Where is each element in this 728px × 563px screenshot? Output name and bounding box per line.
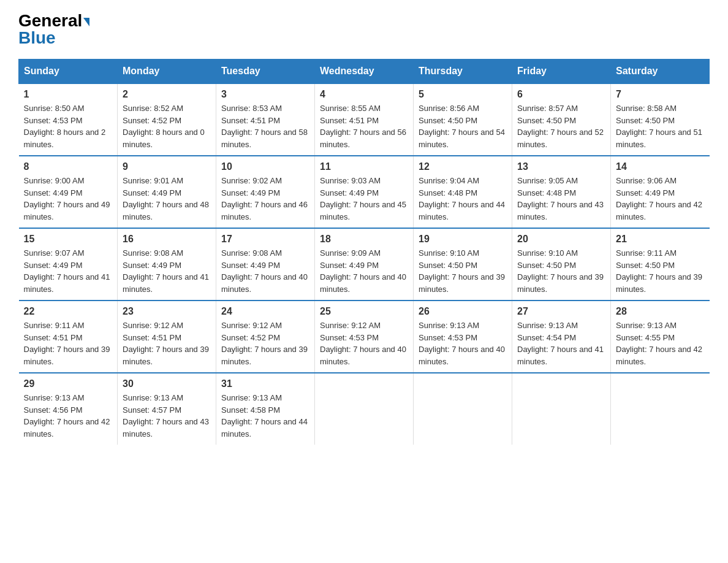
day-info: Sunrise: 9:09 AMSunset: 4:49 PMDaylight:… — [320, 247, 408, 295]
calendar-table: SundayMondayTuesdayWednesdayThursdayFrid… — [18, 59, 710, 445]
day-info: Sunrise: 8:55 AMSunset: 4:51 PMDaylight:… — [320, 102, 408, 150]
calendar-cell: 16 Sunrise: 9:08 AMSunset: 4:49 PMDaylig… — [118, 228, 216, 301]
calendar-cell: 28 Sunrise: 9:13 AMSunset: 4:55 PMDaylig… — [611, 301, 710, 373]
day-number: 22 — [24, 306, 113, 317]
calendar-cell: 30 Sunrise: 9:13 AMSunset: 4:57 PMDaylig… — [118, 373, 216, 445]
day-info: Sunrise: 9:13 AMSunset: 4:58 PMDaylight:… — [221, 392, 309, 440]
day-number: 17 — [221, 234, 309, 245]
day-header-friday: Friday — [512, 59, 611, 84]
calendar-cell: 1 Sunrise: 8:50 AMSunset: 4:53 PMDayligh… — [19, 83, 118, 156]
calendar-cell: 15 Sunrise: 9:07 AMSunset: 4:49 PMDaylig… — [19, 228, 118, 301]
day-number: 9 — [123, 161, 211, 172]
calendar-week-row: 1 Sunrise: 8:50 AMSunset: 4:53 PMDayligh… — [19, 83, 710, 156]
calendar-cell — [414, 373, 512, 445]
calendar-cell: 19 Sunrise: 9:10 AMSunset: 4:50 PMDaylig… — [414, 228, 512, 301]
calendar-cell: 13 Sunrise: 9:05 AMSunset: 4:48 PMDaylig… — [512, 156, 611, 228]
day-info: Sunrise: 9:11 AMSunset: 4:50 PMDaylight:… — [616, 247, 705, 295]
day-number: 25 — [320, 306, 408, 317]
day-header-saturday: Saturday — [611, 59, 710, 84]
calendar-week-row: 15 Sunrise: 9:07 AMSunset: 4:49 PMDaylig… — [19, 228, 710, 301]
day-number: 19 — [419, 234, 507, 245]
calendar-cell: 10 Sunrise: 9:02 AMSunset: 4:49 PMDaylig… — [216, 156, 315, 228]
day-info: Sunrise: 9:02 AMSunset: 4:49 PMDaylight:… — [221, 175, 309, 223]
day-number: 6 — [517, 89, 605, 100]
day-number: 20 — [517, 234, 605, 245]
day-number: 31 — [221, 378, 309, 389]
day-header-wednesday: Wednesday — [315, 59, 414, 84]
calendar-cell: 22 Sunrise: 9:11 AMSunset: 4:51 PMDaylig… — [19, 301, 118, 373]
calendar-cell: 6 Sunrise: 8:57 AMSunset: 4:50 PMDayligh… — [512, 83, 611, 156]
day-number: 15 — [24, 234, 113, 245]
day-number: 8 — [24, 161, 113, 172]
logo-blue: Blue — [18, 29, 56, 47]
day-number: 27 — [517, 306, 605, 317]
calendar-week-row: 29 Sunrise: 9:13 AMSunset: 4:56 PMDaylig… — [19, 373, 710, 445]
day-info: Sunrise: 8:57 AMSunset: 4:50 PMDaylight:… — [517, 102, 605, 150]
day-info: Sunrise: 9:10 AMSunset: 4:50 PMDaylight:… — [419, 247, 507, 295]
day-number: 24 — [221, 306, 309, 317]
page-header: General Blue — [18, 12, 710, 47]
calendar-cell: 5 Sunrise: 8:56 AMSunset: 4:50 PMDayligh… — [414, 83, 512, 156]
day-info: Sunrise: 8:58 AMSunset: 4:50 PMDaylight:… — [616, 102, 705, 150]
day-info: Sunrise: 8:53 AMSunset: 4:51 PMDaylight:… — [221, 102, 309, 150]
day-number: 14 — [616, 161, 705, 172]
day-number: 13 — [517, 161, 605, 172]
calendar-cell: 7 Sunrise: 8:58 AMSunset: 4:50 PMDayligh… — [611, 83, 710, 156]
day-info: Sunrise: 9:01 AMSunset: 4:49 PMDaylight:… — [123, 175, 211, 223]
day-number: 7 — [616, 89, 705, 100]
logo-general: General — [18, 11, 82, 30]
calendar-cell: 4 Sunrise: 8:55 AMSunset: 4:51 PMDayligh… — [315, 83, 414, 156]
day-header-tuesday: Tuesday — [216, 59, 315, 84]
calendar-cell: 8 Sunrise: 9:00 AMSunset: 4:49 PMDayligh… — [19, 156, 118, 228]
day-info: Sunrise: 8:56 AMSunset: 4:50 PMDaylight:… — [419, 102, 507, 150]
day-header-sunday: Sunday — [19, 59, 118, 84]
calendar-cell: 3 Sunrise: 8:53 AMSunset: 4:51 PMDayligh… — [216, 83, 315, 156]
day-info: Sunrise: 8:52 AMSunset: 4:52 PMDaylight:… — [123, 102, 211, 150]
calendar-week-row: 22 Sunrise: 9:11 AMSunset: 4:51 PMDaylig… — [19, 301, 710, 373]
calendar-cell: 26 Sunrise: 9:13 AMSunset: 4:53 PMDaylig… — [414, 301, 512, 373]
day-number: 26 — [419, 306, 507, 317]
calendar-cell: 29 Sunrise: 9:13 AMSunset: 4:56 PMDaylig… — [19, 373, 118, 445]
day-number: 12 — [419, 161, 507, 172]
calendar-cell: 27 Sunrise: 9:13 AMSunset: 4:54 PMDaylig… — [512, 301, 611, 373]
day-info: Sunrise: 9:12 AMSunset: 4:53 PMDaylight:… — [320, 320, 408, 367]
day-header-thursday: Thursday — [414, 59, 512, 84]
day-number: 18 — [320, 234, 408, 245]
day-info: Sunrise: 9:05 AMSunset: 4:48 PMDaylight:… — [517, 175, 605, 223]
calendar-cell: 17 Sunrise: 9:08 AMSunset: 4:49 PMDaylig… — [216, 228, 315, 301]
calendar-cell: 25 Sunrise: 9:12 AMSunset: 4:53 PMDaylig… — [315, 301, 414, 373]
day-number: 5 — [419, 89, 507, 100]
day-number: 2 — [123, 89, 211, 100]
calendar-cell: 23 Sunrise: 9:12 AMSunset: 4:51 PMDaylig… — [118, 301, 216, 373]
calendar-cell: 12 Sunrise: 9:04 AMSunset: 4:48 PMDaylig… — [414, 156, 512, 228]
day-number: 23 — [123, 306, 211, 317]
calendar-header-row: SundayMondayTuesdayWednesdayThursdayFrid… — [19, 59, 710, 84]
day-info: Sunrise: 9:06 AMSunset: 4:49 PMDaylight:… — [616, 175, 705, 223]
day-info: Sunrise: 9:03 AMSunset: 4:49 PMDaylight:… — [320, 175, 408, 223]
calendar-cell: 31 Sunrise: 9:13 AMSunset: 4:58 PMDaylig… — [216, 373, 315, 445]
calendar-cell: 11 Sunrise: 9:03 AMSunset: 4:49 PMDaylig… — [315, 156, 414, 228]
day-info: Sunrise: 9:11 AMSunset: 4:51 PMDaylight:… — [24, 320, 113, 367]
logo: General Blue — [18, 12, 89, 47]
day-info: Sunrise: 9:08 AMSunset: 4:49 PMDaylight:… — [221, 247, 309, 295]
day-info: Sunrise: 8:50 AMSunset: 4:53 PMDaylight:… — [24, 102, 113, 150]
calendar-week-row: 8 Sunrise: 9:00 AMSunset: 4:49 PMDayligh… — [19, 156, 710, 228]
day-header-monday: Monday — [118, 59, 216, 84]
day-info: Sunrise: 9:07 AMSunset: 4:49 PMDaylight:… — [24, 247, 113, 295]
calendar-cell — [512, 373, 611, 445]
day-number: 1 — [24, 89, 113, 100]
day-info: Sunrise: 9:08 AMSunset: 4:49 PMDaylight:… — [123, 247, 211, 295]
day-number: 16 — [123, 234, 211, 245]
calendar-cell — [611, 373, 710, 445]
day-info: Sunrise: 9:13 AMSunset: 4:56 PMDaylight:… — [24, 392, 113, 440]
day-info: Sunrise: 9:00 AMSunset: 4:49 PMDaylight:… — [24, 175, 113, 223]
calendar-cell: 14 Sunrise: 9:06 AMSunset: 4:49 PMDaylig… — [611, 156, 710, 228]
day-number: 29 — [24, 378, 113, 389]
day-info: Sunrise: 9:13 AMSunset: 4:53 PMDaylight:… — [419, 320, 507, 367]
day-number: 11 — [320, 161, 408, 172]
calendar-cell: 20 Sunrise: 9:10 AMSunset: 4:50 PMDaylig… — [512, 228, 611, 301]
day-number: 28 — [616, 306, 705, 317]
calendar-cell: 2 Sunrise: 8:52 AMSunset: 4:52 PMDayligh… — [118, 83, 216, 156]
day-info: Sunrise: 9:13 AMSunset: 4:54 PMDaylight:… — [517, 320, 605, 367]
day-number: 10 — [221, 161, 309, 172]
